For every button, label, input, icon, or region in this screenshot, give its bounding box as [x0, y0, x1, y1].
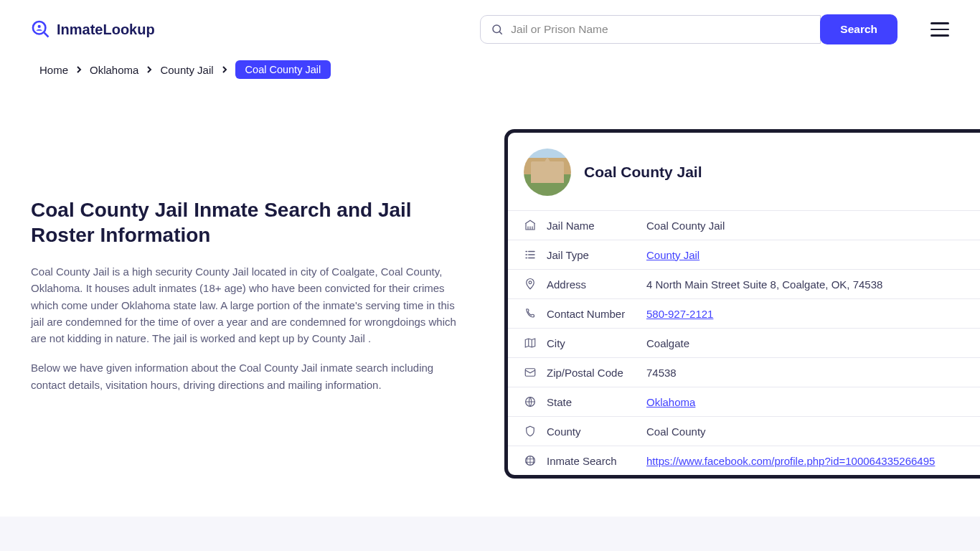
map-icon [524, 336, 537, 349]
building-icon [524, 219, 537, 232]
chevron-right-icon [146, 66, 153, 73]
footer-band [0, 517, 980, 551]
info-row: CityCoalgate [508, 328, 980, 357]
search-button[interactable]: Search [820, 14, 897, 44]
breadcrumb-state[interactable]: Oklahoma [90, 64, 138, 76]
search-input[interactable] [511, 23, 810, 36]
chevron-right-icon [75, 66, 83, 73]
row-value: Coalgate [646, 337, 964, 349]
mail-icon [524, 366, 537, 379]
svg-point-2 [38, 25, 41, 28]
row-label: Zip/Postal Code [547, 367, 636, 379]
svg-point-3 [493, 25, 501, 33]
row-value[interactable]: https://www.facebook.com/profile.php?id=… [646, 455, 964, 467]
breadcrumb-current: Coal County Jail [235, 60, 331, 79]
card-title: Coal County Jail [584, 164, 702, 181]
logo[interactable]: InmateLookup [31, 19, 155, 39]
row-value: 74538 [646, 367, 964, 379]
jail-avatar [524, 149, 571, 196]
page-title: Coal County Jail Inmate Search and Jail … [31, 197, 461, 248]
logo-text: InmateLookup [57, 22, 155, 38]
info-row: Contact Number580-927-2121 [508, 298, 980, 328]
search-form: Search [480, 14, 897, 44]
svg-line-4 [500, 32, 502, 34]
chevron-right-icon [221, 66, 228, 73]
info-row: CountyCoal County [508, 416, 980, 446]
search-icon [491, 23, 504, 36]
row-label: County [547, 425, 636, 438]
breadcrumb-type[interactable]: County Jail [160, 64, 213, 76]
info-row: Jail TypeCounty Jail [508, 240, 980, 269]
row-value: Coal County [646, 425, 964, 438]
jail-info-card: Coal County Jail Jail NameCoal County Ja… [504, 129, 980, 479]
info-row: Inmate Searchhttps://www.facebook.com/pr… [508, 446, 980, 475]
row-value[interactable]: Oklahoma [646, 396, 964, 408]
breadcrumb: Home Oklahoma County Jail Coal County Ja… [0, 59, 980, 79]
info-row: Zip/Postal Code74538 [508, 357, 980, 387]
svg-line-1 [44, 33, 49, 37]
row-label: Jail Type [547, 249, 636, 261]
pin-icon [524, 278, 537, 291]
shield-icon [524, 425, 537, 438]
list-icon [524, 248, 537, 261]
info-row: StateOklahoma [508, 387, 980, 416]
row-label: Contact Number [547, 308, 636, 320]
row-label: Inmate Search [547, 455, 636, 467]
row-value[interactable]: 580-927-2121 [646, 308, 964, 320]
world-icon [524, 454, 537, 467]
magnifier-person-icon [31, 19, 51, 39]
row-value: Coal County Jail [646, 220, 964, 232]
row-value[interactable]: County Jail [646, 249, 964, 261]
phone-icon [524, 307, 537, 320]
row-label: Jail Name [547, 220, 636, 232]
intro-paragraph-1: Coal County Jail is a high security Coun… [31, 263, 461, 347]
info-row: Address4 North Main Street Suite 8, Coal… [508, 269, 980, 298]
intro-paragraph-2: Below we have given information about th… [31, 359, 461, 393]
row-value: 4 North Main Street Suite 8, Coalgate, O… [646, 278, 964, 291]
breadcrumb-home[interactable]: Home [39, 64, 68, 76]
row-label: Address [547, 278, 636, 291]
info-row: Jail NameCoal County Jail [508, 210, 980, 240]
row-label: City [547, 337, 636, 349]
hamburger-menu-icon[interactable] [930, 22, 949, 37]
globe-icon [524, 395, 537, 408]
row-label: State [547, 396, 636, 408]
